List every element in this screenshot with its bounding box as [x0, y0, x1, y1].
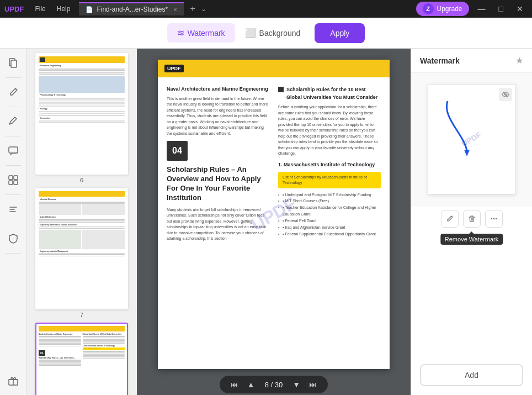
- watermark-icon: ≋: [177, 28, 184, 38]
- thumb-header-8: [39, 326, 125, 331]
- pdf-viewer: UPDF Naval Architecture and Marine Engin…: [137, 49, 411, 395]
- pdf-mass-title: 1. Massachusetts Institute of Technology: [278, 161, 381, 169]
- upgrade-button[interactable]: Z Upgrade: [416, 2, 469, 16]
- tab-area: 📄 Find-and-A...er-Studies* × + ⌄: [79, 2, 416, 15]
- last-page-button[interactable]: ⏭: [306, 379, 320, 390]
- thumb-content-7: • Influential Discourse • Applied Mathem…: [36, 189, 127, 308]
- sidebar-icon-edit[interactable]: [3, 82, 23, 102]
- thumbnail-page-8[interactable]: Naval Architecture and Marine Engineerin…: [31, 323, 132, 395]
- pdf-left-column: Naval Architecture and Marine Engineerin…: [167, 86, 269, 246]
- svg-rect-2: [9, 147, 18, 153]
- watermark-label: Watermark: [188, 29, 225, 38]
- right-panel-title: Watermark: [420, 56, 460, 65]
- pdf-scholar-title: Scholarship Rules for the 10 Best Global…: [278, 86, 381, 101]
- pdf-bullet-list: • Undergrad and Postgrad MIT Scholarship…: [278, 192, 381, 238]
- favorite-star-icon[interactable]: ★: [515, 55, 523, 66]
- titlebar: UPDF File Help 📄 Find-and-A...er-Studies…: [0, 0, 532, 18]
- svg-rect-6: [14, 181, 18, 185]
- pdf-page: UPDF Naval Architecture and Marine Engin…: [158, 60, 390, 369]
- pdf-num-badge: 04: [167, 141, 188, 161]
- divider-2: [6, 107, 21, 107]
- sidebar-icon-comment[interactable]: [3, 141, 23, 161]
- edit-watermark-button[interactable]: [441, 210, 459, 228]
- next-page-button[interactable]: ▼: [289, 379, 304, 390]
- divider-3: [6, 136, 21, 136]
- divider-4: [6, 165, 21, 166]
- active-tab[interactable]: 📄 Find-and-A...er-Studies* ×: [79, 2, 183, 15]
- more-options-button[interactable]: [485, 210, 503, 228]
- hide-preview-button[interactable]: [499, 88, 512, 101]
- pdf-scholar-title-text: Scholarship Rules for the 10 Best Global…: [286, 86, 381, 101]
- preview-watermark-text: UPDF: [460, 130, 483, 148]
- thumb-content-6: • Petroleum Engineering • Pharmacology &…: [36, 54, 127, 173]
- pdf-scholar-para: Before submitting your application for a…: [278, 104, 381, 157]
- sidebar-icon-organize[interactable]: [3, 170, 23, 190]
- list-item: • MIT Short Courses (Free): [278, 198, 381, 204]
- pdf-highlight-box: List of Scholarships by Massachusetts In…: [278, 172, 381, 188]
- page-separator: /: [271, 381, 275, 389]
- background-tab[interactable]: ⬜ Background: [235, 23, 311, 43]
- app-logo: UPDF: [4, 5, 24, 13]
- svg-rect-1: [11, 60, 17, 67]
- sidebar-icon-gift[interactable]: [3, 371, 23, 391]
- apply-button[interactable]: Apply: [315, 23, 365, 43]
- sidebar-icon-pages[interactable]: [3, 53, 23, 73]
- svg-marker-8: [464, 150, 470, 156]
- user-avatar: Z: [423, 3, 434, 14]
- tab-more-button[interactable]: ⌄: [201, 5, 206, 13]
- right-panel: Watermark ★ UPDF: [411, 49, 532, 395]
- sidebar-icon-convert[interactable]: [3, 199, 23, 219]
- svg-point-12: [493, 218, 494, 219]
- toolbar: ≋ Watermark ⬜ Background Apply: [0, 18, 532, 49]
- pdf-right-column: Scholarship Rules for the 10 Best Global…: [278, 86, 381, 246]
- total-pages: 30: [275, 381, 283, 389]
- tab-close-button[interactable]: ×: [173, 6, 177, 13]
- main-area: • Petroleum Engineering • Pharmacology &…: [0, 49, 532, 395]
- background-icon: ⬜: [245, 28, 256, 38]
- tab-label: Find-and-A...er-Studies*: [97, 6, 168, 13]
- delete-watermark-button[interactable]: Remove Watermark: [463, 210, 481, 228]
- thumbnail-page-7[interactable]: • Influential Discourse • Applied Mathem…: [31, 188, 132, 318]
- thumb-img-8: Naval Architecture and Marine Engineerin…: [35, 323, 128, 395]
- page-info: 8 / 30: [260, 381, 288, 389]
- thumb-img-7: • Influential Discourse • Applied Mathem…: [35, 188, 128, 309]
- pdf-bullet-icon: [278, 87, 284, 92]
- divider-6: [6, 224, 21, 224]
- tab-add-button[interactable]: +: [187, 3, 199, 15]
- thumbnails-panel: • Petroleum Engineering • Pharmacology &…: [26, 49, 137, 395]
- watermark-tab[interactable]: ≋ Watermark: [167, 23, 235, 43]
- minimize-button[interactable]: —: [474, 4, 490, 13]
- pdf-page-header: UPDF: [158, 60, 390, 77]
- list-item: • Undergrad and Postgrad MIT Scholarship…: [278, 192, 381, 198]
- menu-bar: File Help: [30, 4, 75, 14]
- pdf-updf-logo: UPDF: [164, 65, 184, 72]
- svg-rect-5: [9, 181, 13, 185]
- prev-page-button[interactable]: ▲: [244, 379, 258, 390]
- menu-file[interactable]: File: [30, 4, 50, 14]
- divider-5: [6, 194, 21, 195]
- preview-box: UPDF: [428, 84, 516, 194]
- thumb-header-6: [39, 56, 125, 63]
- thumb-img-6: • Petroleum Engineering • Pharmacology &…: [35, 53, 128, 175]
- action-buttons-row: Remove Watermark: [411, 205, 532, 232]
- right-panel-header: Watermark ★: [411, 49, 532, 73]
- page-navigation: ⏮ ▲ 8 / 30 ▼ ⏭: [220, 376, 328, 393]
- maximize-button[interactable]: □: [494, 4, 508, 13]
- first-page-button[interactable]: ⏮: [227, 379, 242, 390]
- sidebar-icon-protect[interactable]: [3, 229, 23, 249]
- pdf-big-para: Many students aim to get full scholarshi…: [167, 207, 269, 242]
- thumb-content-8: Naval Architecture and Marine Engineerin…: [36, 324, 127, 395]
- thumbnail-page-6[interactable]: • Petroleum Engineering • Pharmacology &…: [31, 53, 132, 183]
- list-item: • Iraq and Afghanistan Service Grant: [278, 224, 381, 231]
- thumb-num-7: 7: [80, 312, 83, 318]
- upgrade-label: Upgrade: [437, 5, 462, 13]
- pdf-naval-title: Naval Architecture and Marine Engineerin…: [167, 86, 269, 93]
- divider-1: [6, 77, 21, 78]
- list-item: • Federal Pell Grant: [278, 218, 381, 224]
- menu-help[interactable]: Help: [52, 4, 75, 14]
- close-button[interactable]: ✕: [512, 4, 528, 13]
- add-watermark-button[interactable]: Add: [420, 364, 523, 386]
- svg-rect-3: [9, 176, 13, 180]
- sidebar-icon-annotate[interactable]: [3, 112, 23, 131]
- watermark-preview-area: UPDF: [411, 73, 532, 205]
